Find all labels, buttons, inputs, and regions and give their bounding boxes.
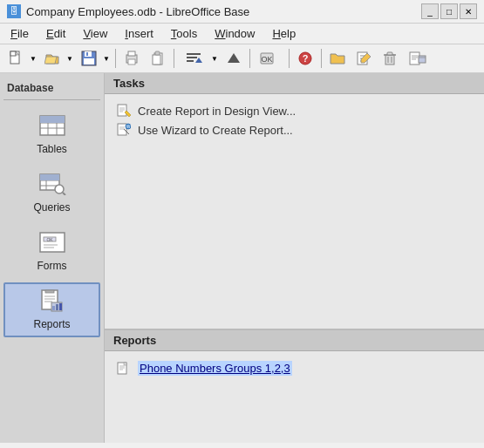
reports-panel: Reports Phone Numbers Groups 1,2,3 [105,329,484,443]
svg-text:OK: OK [46,237,53,242]
svg-rect-11 [153,55,160,64]
new-dropdown-arrow[interactable]: ▼ [28,47,38,70]
sidebar-item-reports[interactable]: Reports [3,282,100,337]
forms-icon: OK [38,231,66,258]
svg-line-50 [63,193,65,195]
menu-view[interactable]: View [76,25,114,42]
report-file-icon [117,362,131,376]
run-macro-button[interactable]: OK [254,47,285,70]
open-button-group[interactable]: ▼ [40,47,75,70]
svg-rect-63 [56,304,58,310]
menu-edit[interactable]: Edit [39,25,72,42]
toolbar-separator-4 [289,49,290,68]
sidebar-reports-label: Reports [33,318,70,330]
svg-rect-48 [40,174,59,180]
svg-rect-27 [385,55,394,64]
save-button-group[interactable]: ▼ [77,47,112,70]
print-button[interactable] [119,47,144,70]
task-create-design[interactable]: Create Report in Design View... [115,101,474,120]
new-button-group[interactable]: ▼ [3,47,38,70]
sidebar-tables-label: Tables [37,143,67,155]
reports-panel-header: Reports [105,330,484,351]
paste-button[interactable] [146,47,170,70]
sidebar-item-tables[interactable]: Tables [3,107,100,162]
sidebar-forms-label: Forms [37,260,67,272]
sort-button[interactable] [178,47,209,70]
sort-button-group[interactable]: ▼ [178,47,220,70]
close-button[interactable]: ✕ [460,3,477,19]
tasks-content: Create Report in Design View... W U [105,94,484,146]
edit-button[interactable] [351,47,376,70]
create-design-icon [117,104,131,118]
svg-text:?: ? [303,53,309,64]
queries-icon [38,173,66,200]
svg-rect-64 [59,303,62,310]
folder-button[interactable] [325,47,350,70]
wizard-icon: W [117,123,131,137]
menu-insert[interactable]: Insert [118,25,160,42]
svg-rect-5 [86,52,88,56]
svg-point-49 [55,185,64,193]
toolbar-separator-3 [249,49,250,68]
save-button[interactable] [77,47,101,70]
sort-dropdown-arrow[interactable]: ▼ [209,47,220,70]
svg-rect-9 [128,59,135,64]
toolbar-separator-5 [321,49,322,68]
minimize-button[interactable]: _ [421,3,439,19]
report-item-label[interactable]: Phone Numbers Groups 1,2,3 [138,361,292,376]
report-item[interactable]: Phone Numbers Groups 1,2,3 [115,358,474,378]
toolbar-separator-1 [115,49,116,68]
tasks-panel: Tasks Create Report in Design View... [105,73,484,329]
sidebar-header: Database [3,80,100,100]
sidebar-item-forms[interactable]: OK Forms [3,224,100,279]
menu-tools[interactable]: Tools [164,25,204,42]
svg-rect-43 [40,116,65,123]
svg-rect-29 [387,52,392,55]
reports-icon [38,289,66,316]
tables-icon [38,114,66,141]
new-button[interactable] [3,47,28,70]
svg-text:OK: OK [261,55,272,64]
svg-marker-17 [228,53,240,63]
menu-help[interactable]: Help [265,25,303,42]
main-container: Database Tables [0,73,484,443]
menu-file[interactable]: File [3,25,36,42]
report-button[interactable] [404,47,432,70]
content-area: Tasks Create Report in Design View... [105,73,484,443]
open-button[interactable] [40,47,65,70]
menu-window[interactable]: Window [208,25,262,42]
svg-rect-65 [118,105,126,116]
svg-rect-8 [128,51,135,56]
create-design-label: Create Report in Design View... [138,105,296,118]
sidebar-item-queries[interactable]: Queries [3,166,100,221]
svg-rect-51 [40,233,65,252]
window-title: Company Employees.odb - LibreOffice Base [26,5,249,18]
maximize-button[interactable]: □ [440,3,458,19]
up-button[interactable] [222,47,246,70]
delete-button[interactable] [378,47,402,70]
toolbar-separator-2 [174,49,174,68]
svg-rect-32 [410,52,419,64]
title-bar: 🗄 Company Employees.odb - LibreOffice Ba… [0,0,484,24]
save-dropdown-arrow[interactable]: ▼ [101,47,112,70]
svg-rect-6 [84,58,94,64]
open-dropdown-arrow[interactable]: ▼ [65,47,75,70]
window-controls: _ □ ✕ [421,3,477,19]
reports-list: Phone Numbers Groups 1,2,3 [105,351,484,385]
app-icon: 🗄 [7,4,21,18]
tasks-header: Tasks [105,73,484,94]
svg-text:W: W [126,124,131,129]
svg-rect-57 [45,290,54,293]
help-button[interactable]: ? [293,47,317,70]
menu-bar: File Edit View Insert Tools Window Help [0,24,484,44]
svg-rect-1 [10,51,16,56]
toolbar: ▼ ▼ ▼ ▼ OK ? [0,44,484,73]
wizard-label: Use Wizard to Create Report... [138,124,293,137]
task-wizard[interactable]: W Use Wizard to Create Report... [115,120,474,139]
svg-rect-77 [124,363,126,365]
svg-rect-12 [155,51,160,55]
svg-rect-36 [419,56,426,63]
svg-rect-62 [52,306,55,310]
svg-rect-70 [118,124,126,135]
sidebar-queries-label: Queries [33,201,70,214]
